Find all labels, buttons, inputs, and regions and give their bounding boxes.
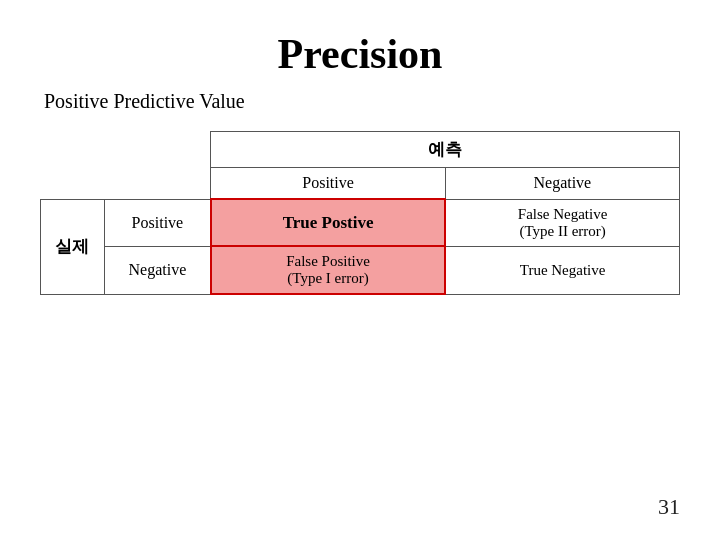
page-title: Precision bbox=[40, 30, 680, 78]
empty-cell-top-left bbox=[41, 132, 105, 168]
false-negative-line2: (Type II error) bbox=[519, 223, 605, 239]
subtitle: Positive Predictive Value bbox=[44, 90, 245, 113]
cell-true-negative: True Negative bbox=[445, 246, 679, 294]
header-yecheok: 예측 bbox=[211, 132, 680, 168]
page-number: 31 bbox=[658, 494, 680, 520]
row-label-positive: Positive bbox=[104, 199, 211, 246]
col-header-positive: Positive bbox=[211, 168, 445, 200]
row-label-sil: 실제 bbox=[41, 199, 105, 294]
row-label-negative: Negative bbox=[104, 246, 211, 294]
false-positive-line1: False Positive bbox=[286, 253, 370, 269]
col-header-negative: Negative bbox=[445, 168, 679, 200]
false-positive-line2: (Type I error) bbox=[287, 270, 368, 286]
page-container: Precision Positive Predictive Value 예측 P… bbox=[0, 0, 720, 540]
cell-false-negative: False Negative (Type II error) bbox=[445, 199, 679, 246]
empty-subheader-left2 bbox=[104, 168, 211, 200]
cell-false-positive: False Positive (Type I error) bbox=[211, 246, 445, 294]
empty-subheader-left bbox=[41, 168, 105, 200]
false-negative-line1: False Negative bbox=[518, 206, 608, 222]
confusion-matrix-table: 예측 Positive Negative 실제 Positive True Po… bbox=[40, 131, 680, 295]
empty-cell-top-left2 bbox=[104, 132, 211, 168]
cell-true-positive: True Postive bbox=[211, 199, 445, 246]
